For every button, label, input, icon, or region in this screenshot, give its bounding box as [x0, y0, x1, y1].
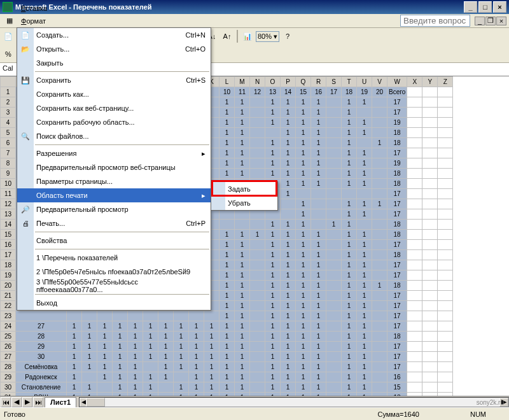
cell[interactable]: 1: [357, 148, 372, 158]
cell[interactable]: [407, 179, 422, 189]
cell[interactable]: [438, 321, 453, 332]
cell[interactable]: 1: [281, 179, 296, 189]
cell[interactable]: [407, 169, 422, 179]
cell[interactable]: [372, 240, 387, 250]
cell[interactable]: 1: [174, 352, 189, 362]
file-menu-item[interactable]: Разрешения▸: [17, 146, 211, 160]
cell[interactable]: 18: [387, 281, 407, 291]
cell[interactable]: 1: [113, 362, 128, 372]
cell[interactable]: 1: [113, 382, 128, 393]
sort-desc-icon[interactable]: A↑: [220, 29, 234, 43]
cell[interactable]: [422, 230, 438, 240]
cell[interactable]: [422, 281, 438, 291]
col-header[interactable]: Q: [296, 77, 311, 87]
cell[interactable]: 1: [265, 108, 281, 118]
file-menu-item[interactable]: Область печати▸: [17, 188, 211, 202]
cell[interactable]: 1: [265, 352, 281, 362]
cell[interactable]: 1: [235, 230, 250, 240]
file-menu-item[interactable]: Выход: [17, 296, 211, 310]
col-header[interactable]: Z: [438, 77, 453, 87]
cell[interactable]: [143, 311, 158, 321]
submenu-item[interactable]: Убрать: [211, 196, 277, 210]
cell[interactable]: 1: [296, 260, 311, 270]
cell[interactable]: 1: [174, 362, 189, 372]
file-menu-item[interactable]: 2 \Пfе5р0е5ч7е5ньlcь пfоекаа0з7а0т2е5лbе…: [17, 265, 211, 279]
cell[interactable]: 1: [296, 301, 311, 311]
cell[interactable]: 1: [311, 372, 326, 382]
cell[interactable]: 1: [235, 362, 250, 372]
cell[interactable]: [407, 87, 422, 97]
row-header[interactable]: 27: [1, 352, 16, 362]
cell[interactable]: 1: [296, 332, 311, 342]
file-menu-item[interactable]: 💾СохранитьCtrl+S: [17, 73, 211, 87]
cell[interactable]: 1: [220, 332, 235, 342]
cell[interactable]: [250, 128, 265, 138]
cell[interactable]: 1: [220, 97, 235, 108]
cell[interactable]: 1: [67, 352, 82, 362]
cell[interactable]: 1: [342, 321, 357, 332]
cell[interactable]: 1: [128, 362, 143, 372]
cell[interactable]: 1: [296, 169, 311, 179]
cell[interactable]: 1: [311, 148, 326, 158]
cell[interactable]: 1: [296, 342, 311, 352]
submenu-item[interactable]: Задать: [211, 182, 277, 196]
row-header[interactable]: 26: [1, 342, 16, 352]
cell[interactable]: 1: [281, 240, 296, 250]
cell[interactable]: 1: [296, 209, 311, 220]
cell[interactable]: [422, 220, 438, 230]
row-header[interactable]: 25: [1, 332, 16, 342]
cell[interactable]: 1: [220, 352, 235, 362]
cell[interactable]: 1: [265, 382, 281, 393]
cell[interactable]: 1: [158, 362, 174, 372]
file-menu-item[interactable]: 🔍Поиск файлов...: [17, 129, 211, 143]
cell[interactable]: [407, 220, 422, 230]
cell[interactable]: [326, 362, 342, 372]
cell[interactable]: 1: [311, 291, 326, 301]
cell[interactable]: 1: [235, 332, 250, 342]
cell[interactable]: [326, 97, 342, 108]
cell[interactable]: 1: [235, 169, 250, 179]
cell[interactable]: 1: [296, 362, 311, 372]
cell[interactable]: 1: [281, 291, 296, 301]
cell[interactable]: [250, 270, 265, 281]
doc-close-button[interactable]: ×: [496, 17, 506, 25]
cell[interactable]: 1: [265, 158, 281, 169]
cell[interactable]: [438, 332, 453, 342]
cell[interactable]: 1: [97, 352, 113, 362]
cell[interactable]: [438, 260, 453, 270]
cell[interactable]: 1: [189, 382, 204, 393]
cell[interactable]: 1: [296, 240, 311, 250]
cell[interactable]: [281, 199, 296, 209]
cell[interactable]: [326, 301, 342, 311]
cell[interactable]: 1: [82, 362, 97, 372]
file-menu-item[interactable]: 1 \Перечень показателей: [17, 251, 211, 265]
cell[interactable]: [372, 250, 387, 260]
cell[interactable]: 1: [311, 281, 326, 291]
select-all[interactable]: [1, 77, 16, 87]
cell[interactable]: [438, 138, 453, 148]
cell[interactable]: 1: [82, 321, 97, 332]
cell[interactable]: 19: [387, 158, 407, 169]
cell[interactable]: 1: [357, 311, 372, 321]
cell[interactable]: 1: [342, 250, 357, 260]
cell[interactable]: 17: [387, 342, 407, 352]
cell[interactable]: [407, 108, 422, 118]
cell[interactable]: [372, 301, 387, 311]
cell[interactable]: [422, 199, 438, 209]
cell[interactable]: 1: [128, 352, 143, 362]
cell[interactable]: 1: [281, 260, 296, 270]
cell[interactable]: 1: [82, 332, 97, 342]
cell[interactable]: 1: [158, 321, 174, 332]
row-header[interactable]: 23: [1, 311, 16, 321]
cell[interactable]: 1: [189, 372, 204, 382]
cell[interactable]: [372, 372, 387, 382]
cell[interactable]: [372, 362, 387, 372]
cell[interactable]: [326, 158, 342, 169]
cell[interactable]: 1: [220, 301, 235, 311]
cell[interactable]: [407, 281, 422, 291]
col-header[interactable]: T: [342, 77, 357, 87]
cell[interactable]: [407, 209, 422, 220]
cell[interactable]: 1: [311, 382, 326, 393]
cell[interactable]: 18: [387, 138, 407, 148]
cell[interactable]: [97, 311, 113, 321]
